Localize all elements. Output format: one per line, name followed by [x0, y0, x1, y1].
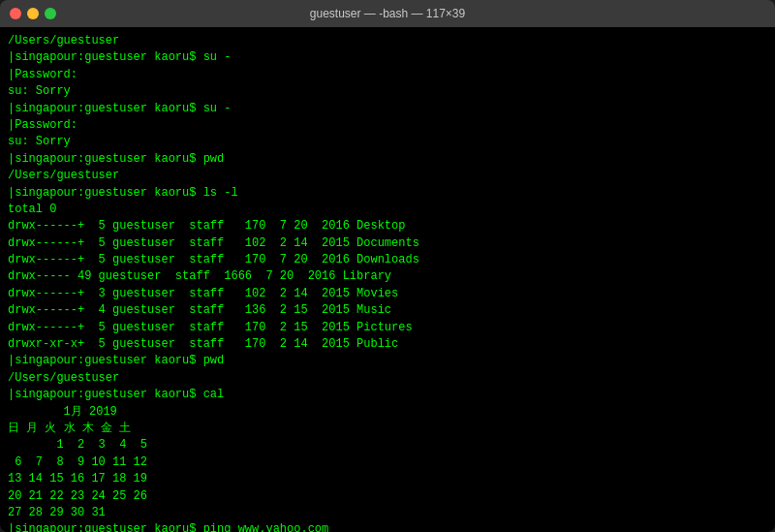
terminal-line: |singapour:guestuser kaoru$ pwd: [8, 151, 767, 168]
terminal-line: |Password:: [8, 117, 767, 134]
terminal-line: |singapour:guestuser kaoru$ su -: [8, 101, 767, 117]
terminal-line: |singapour:guestuser kaoru$ ls -l: [8, 185, 767, 202]
terminal-line: /Users/guestuser: [8, 33, 767, 49]
terminal-line: /Users/guestuser: [8, 370, 767, 387]
maximize-button[interactable]: [45, 8, 56, 19]
terminal-line: drwx------+ 5 guestuser staff 102 2 14 2…: [8, 235, 767, 252]
terminal-line: 6 7 8 9 10 11 12: [8, 454, 767, 471]
titlebar: guestuser — -bash — 117×39: [0, 0, 775, 27]
terminal-window: guestuser — -bash — 117×39 /Users/guestu…: [0, 0, 775, 532]
terminal-line: 20 21 22 23 24 25 26: [8, 488, 767, 505]
terminal-body[interactable]: /Users/guestuser|singapour:guestuser kao…: [0, 27, 775, 532]
terminal-line: su: Sorry: [8, 134, 767, 150]
terminal-line: drwx------+ 5 guestuser staff 170 7 20 2…: [8, 218, 767, 235]
terminal-line: drwx------+ 3 guestuser staff 102 2 14 2…: [8, 286, 767, 302]
terminal-line: /Users/guestuser: [8, 168, 767, 184]
terminal-line: 日 月 火 水 木 金 土: [8, 421, 767, 437]
window-controls: [10, 8, 56, 19]
terminal-line: drwx------+ 4 guestuser staff 136 2 15 2…: [8, 302, 767, 319]
terminal-line: 13 14 15 16 17 18 19: [8, 471, 767, 487]
terminal-line: |singapour:guestuser kaoru$ su -: [8, 49, 767, 66]
terminal-line: |Password:: [8, 67, 767, 83]
terminal-line: drwx------+ 5 guestuser staff 170 2 15 2…: [8, 320, 767, 336]
terminal-line: |singapour:guestuser kaoru$ pwd: [8, 353, 767, 369]
terminal-line: 1月 2019: [8, 404, 767, 421]
minimize-button[interactable]: [27, 8, 39, 19]
terminal-line: |singapour:guestuser kaoru$ ping www.yah…: [8, 521, 767, 532]
close-button[interactable]: [10, 8, 21, 19]
terminal-line: 1 2 3 4 5: [8, 437, 767, 454]
terminal-line: su: Sorry: [8, 83, 767, 100]
terminal-line: drwx----- 49 guestuser staff 1666 7 20 2…: [8, 268, 767, 285]
terminal-line: drwx------+ 5 guestuser staff 170 7 20 2…: [8, 252, 767, 268]
terminal-line: 27 28 29 30 31: [8, 505, 767, 521]
terminal-line: total 0: [8, 202, 767, 218]
terminal-line: |singapour:guestuser kaoru$ cal: [8, 387, 767, 403]
terminal-line: drwxr-xr-x+ 5 guestuser staff 170 2 14 2…: [8, 336, 767, 353]
window-title: guestuser — -bash — 117×39: [310, 7, 465, 20]
